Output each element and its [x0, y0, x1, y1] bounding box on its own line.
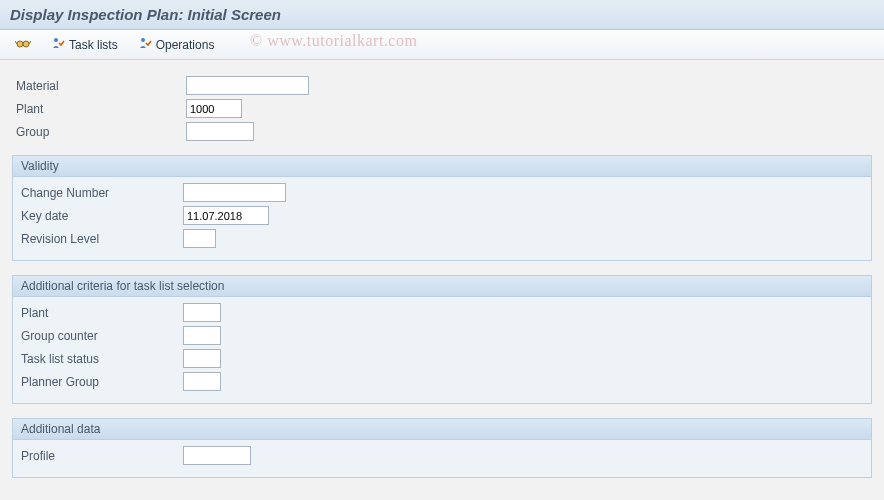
- plant-row: Plant: [16, 99, 868, 118]
- additional-data-group: Additional data Profile: [12, 418, 872, 478]
- key-date-input[interactable]: [183, 206, 269, 225]
- revision-level-input[interactable]: [183, 229, 216, 248]
- key-date-row: Key date: [21, 206, 863, 225]
- operations-button[interactable]: Operations: [131, 33, 222, 56]
- additional-criteria-group: Additional criteria for task list select…: [12, 275, 872, 404]
- task-lists-button[interactable]: Task lists: [44, 33, 125, 56]
- svg-point-0: [17, 41, 23, 47]
- profile-row: Profile: [21, 446, 863, 465]
- criteria-plant-label: Plant: [21, 306, 183, 320]
- top-fields: Material Plant Group: [12, 70, 872, 141]
- page-title: Display Inspection Plan: Initial Screen: [10, 6, 874, 23]
- group-counter-label: Group counter: [21, 329, 183, 343]
- criteria-plant-row: Plant: [21, 303, 863, 322]
- change-number-label: Change Number: [21, 186, 183, 200]
- additional-data-title: Additional data: [13, 419, 871, 440]
- criteria-plant-input[interactable]: [183, 303, 221, 322]
- profile-label: Profile: [21, 449, 183, 463]
- additional-criteria-title: Additional criteria for task list select…: [13, 276, 871, 297]
- change-number-row: Change Number: [21, 183, 863, 202]
- revision-level-label: Revision Level: [21, 232, 183, 246]
- glasses-icon: [15, 36, 31, 53]
- revision-level-row: Revision Level: [21, 229, 863, 248]
- watermark-text: © www.tutorialkart.com: [250, 32, 417, 50]
- key-date-label: Key date: [21, 209, 183, 223]
- group-label: Group: [16, 125, 186, 139]
- material-label: Material: [16, 79, 186, 93]
- task-list-status-row: Task list status: [21, 349, 863, 368]
- group-counter-input[interactable]: [183, 326, 221, 345]
- svg-point-1: [23, 41, 29, 47]
- material-input[interactable]: [186, 76, 309, 95]
- planner-group-input[interactable]: [183, 372, 221, 391]
- task-list-status-label: Task list status: [21, 352, 183, 366]
- operations-label: Operations: [156, 38, 215, 52]
- group-counter-row: Group counter: [21, 326, 863, 345]
- svg-point-2: [54, 38, 58, 42]
- planner-group-row: Planner Group: [21, 372, 863, 391]
- task-lists-label: Task lists: [69, 38, 118, 52]
- main-area: Material Plant Group Validity Change Num…: [0, 60, 884, 488]
- validity-title: Validity: [13, 156, 871, 177]
- material-row: Material: [16, 76, 868, 95]
- glasses-button[interactable]: [8, 33, 38, 56]
- plant-label: Plant: [16, 102, 186, 116]
- title-bar: Display Inspection Plan: Initial Screen: [0, 0, 884, 30]
- profile-input[interactable]: [183, 446, 251, 465]
- task-list-status-input[interactable]: [183, 349, 221, 368]
- plant-input[interactable]: [186, 99, 242, 118]
- planner-group-label: Planner Group: [21, 375, 183, 389]
- person-check-icon: [51, 36, 65, 53]
- group-row: Group: [16, 122, 868, 141]
- svg-point-3: [141, 38, 145, 42]
- toolbar: Task lists Operations © www.tutorialkart…: [0, 30, 884, 60]
- validity-group: Validity Change Number Key date Revision…: [12, 155, 872, 261]
- person-check-icon: [138, 36, 152, 53]
- group-input[interactable]: [186, 122, 254, 141]
- change-number-input[interactable]: [183, 183, 286, 202]
